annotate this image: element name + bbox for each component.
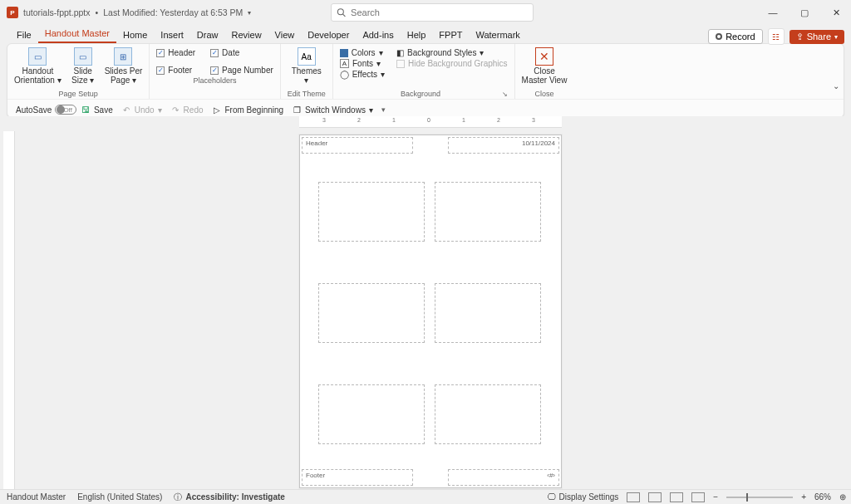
colors-icon [340,49,348,57]
fonts-button[interactable]: AFonts ▾ [340,58,385,69]
powerpoint-app-icon: P [7,7,18,18]
redo-button[interactable]: ↷ Redo [170,105,204,115]
hide-background-checkbox: Hide Background Graphics [396,58,508,69]
tab-developer[interactable]: Developer [301,30,356,43]
date-checkbox[interactable]: ✓Date [210,47,273,58]
tab-watermark[interactable]: Watermark [469,30,526,43]
tab-addins[interactable]: Add-ins [356,30,400,43]
zoom-level[interactable]: 66% [814,492,831,502]
slide-thumbnail[interactable] [318,384,425,444]
themes-label: Themes [292,66,322,76]
zoom-in-button[interactable]: + [801,492,806,502]
tab-view[interactable]: View [268,30,302,43]
slide-thumbnail[interactable] [435,283,541,343]
slides-per-page-button[interactable]: ⊞ Slides Per Page ▾ [105,47,143,85]
background-styles-button[interactable]: ◧Background Styles ▾ [396,47,508,58]
autosave-state: Off [63,106,72,114]
autosave-toggle[interactable]: AutoSave Off [16,105,72,115]
minimize-button[interactable]: — [763,3,783,22]
header-placeholder[interactable]: Header [302,137,413,154]
chevron-down-icon[interactable]: ▾ [248,9,251,17]
slides-per-page-icon: ⊞ [114,47,132,66]
slides-per-page-label: Slides Per Page [105,66,143,85]
handout-orientation-button[interactable]: ▭ Handout Orientation ▾ [14,47,61,85]
search-icon [337,7,346,17]
status-language[interactable]: English (United States) [77,492,162,502]
slide-size-label: Slide Size [71,66,92,85]
coming-soon-button[interactable]: ☷ [768,28,785,45]
tab-fppt[interactable]: FPPT [432,30,469,43]
background-styles-icon: ◧ [396,48,404,57]
colors-button[interactable]: Colors ▾ [340,47,385,58]
last-modified-label[interactable]: Last Modified: Yesterday at 6:53 PM [103,7,243,17]
slide-thumbnail[interactable] [435,384,541,444]
title-separator: • [96,7,99,17]
tab-home[interactable]: Home [116,30,154,43]
document-filename: tutorials-fppt.pptx [23,7,91,17]
footer-placeholder[interactable]: Footer [302,469,413,486]
background-dialog-launcher[interactable]: ↘ [502,91,508,98]
header-checkbox[interactable]: ✓Header [156,47,195,58]
svg-point-0 [337,9,343,15]
switch-windows-button[interactable]: ❐ Switch Windows ▾ [292,105,373,115]
date-placeholder[interactable]: 10/11/2024 [448,137,559,154]
record-icon [716,33,722,40]
slide-thumbnail[interactable] [318,182,425,242]
tab-handout-master[interactable]: Handout Master [38,28,116,43]
effects-button[interactable]: ◯Effects ▾ [340,69,385,80]
tab-file[interactable]: File [10,30,38,43]
slide-size-icon: ▭ [74,47,92,66]
close-icon: ✕ [535,47,553,66]
slide-thumbnail[interactable] [435,182,541,242]
svg-line-1 [343,14,346,17]
record-label: Record [726,32,755,42]
themes-button[interactable]: Aa Themes▾ [288,47,326,85]
edit-theme-group-label: Edit Theme [288,89,326,98]
orientation-icon: ▭ [28,47,47,66]
tab-draw[interactable]: Draw [190,30,225,43]
slideshow-icon: ▷ [212,105,222,115]
search-input[interactable] [351,7,528,17]
handout-page[interactable]: Header 10/11/2024 Footer ‹#› [299,135,562,488]
display-icon: 🖵 [548,492,556,502]
slide-thumbnail[interactable] [318,283,425,343]
tab-review[interactable]: Review [225,30,268,43]
close-window-button[interactable]: ✕ [826,3,846,22]
windows-icon: ❐ [292,105,302,115]
qat-customize-button[interactable]: ▾ [381,105,386,114]
accessibility-icon: ⓘ [174,492,182,503]
fit-to-window-button[interactable]: ⊕ [839,492,846,502]
undo-icon: ↶ [121,105,131,115]
slide-size-button[interactable]: ▭ Slide Size ▾ [66,47,100,85]
maximize-button[interactable]: ▢ [794,3,814,22]
zoom-out-button[interactable]: − [713,492,718,502]
tab-help[interactable]: Help [401,30,433,43]
page-setup-group-label: Page Setup [14,89,142,98]
search-box[interactable] [331,3,534,22]
undo-button[interactable]: ↶ Undo ▾ [121,105,162,115]
background-group-label: Background [340,89,502,98]
close-master-label: Close Master View [522,66,568,85]
share-button[interactable]: ⇪ Share ▾ [790,30,844,44]
close-master-view-button[interactable]: ✕ Close Master View [522,47,568,85]
redo-icon: ↷ [170,105,180,115]
effects-icon: ◯ [340,70,349,79]
collapse-ribbon-button[interactable]: ⌄ [833,81,839,91]
accessibility-status[interactable]: ⓘ Accessibility: Investigate [174,492,285,503]
footer-checkbox[interactable]: ✓Footer [156,65,195,76]
zoom-slider[interactable] [726,497,793,498]
placeholders-group-label: Placeholders [156,76,273,85]
slideshow-view-button[interactable] [691,492,705,502]
autosave-label: AutoSave [16,105,52,115]
from-beginning-button[interactable]: ▷ From Beginning [212,105,284,115]
record-button[interactable]: Record [708,29,762,44]
share-icon: ⇪ [796,32,804,42]
normal-view-button[interactable] [627,492,640,502]
page-number-placeholder[interactable]: ‹#› [448,469,559,486]
display-settings-button[interactable]: 🖵 Display Settings [548,492,619,502]
slide-sorter-view-button[interactable] [648,492,662,502]
reading-view-button[interactable] [670,492,683,502]
tab-insert[interactable]: Insert [154,30,190,43]
page-number-checkbox[interactable]: ✓Page Number [210,65,273,76]
save-button[interactable]: 🖫 Save [81,105,113,115]
